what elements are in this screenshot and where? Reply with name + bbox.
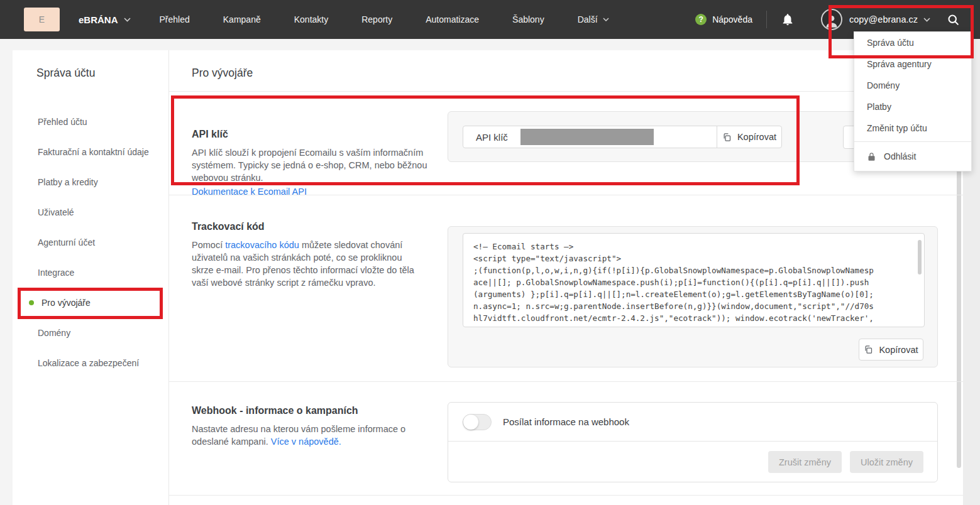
account-name: eBRÁNA xyxy=(79,14,118,25)
webhook-section-text: Webhook - informace o kampaních Nastavte… xyxy=(192,405,426,448)
user-menu-trigger[interactable]: copy@ebrana.cz xyxy=(821,9,930,30)
menu-item-odhlasit[interactable]: Odhlásit xyxy=(854,144,971,168)
sidebar-item-fakturacni-udaje[interactable]: Fakturační a kontaktní údaje xyxy=(13,137,168,167)
section-divider xyxy=(168,381,963,382)
api-key-copy-button[interactable]: Kopírovat xyxy=(717,126,782,148)
api-section-description: API klíč slouží k propojení Ecomailu s v… xyxy=(192,146,437,184)
api-key-label: API klíč xyxy=(463,132,520,143)
menu-item-domeny[interactable]: Domény xyxy=(854,75,971,96)
main-nav: Přehled Kampaně Kontakty Reporty Automat… xyxy=(160,14,609,24)
sidebar-item-integrace[interactable]: Integrace xyxy=(13,258,168,288)
api-section-heading: API klíč xyxy=(192,129,437,140)
lock-icon xyxy=(867,152,876,161)
app-screen: E eBRÁNA Přehled Kampaně Kontakty Report… xyxy=(0,0,980,505)
webhook-card: Posílat informace na webhook Zrušit změn… xyxy=(448,402,938,482)
sidebar-item-lokalizace[interactable]: Lokalizace a zabezpečení xyxy=(13,348,168,378)
webhook-toggle-row: Posílat informace na webhook xyxy=(448,403,937,442)
save-changes-button[interactable]: Uložit změny xyxy=(850,451,923,473)
nav-item-prehled[interactable]: Přehled xyxy=(160,14,190,24)
sidebar-item-prehled-uctu[interactable]: Přehled účtu xyxy=(13,107,168,137)
api-key-input-group: API klíč Kopírovat xyxy=(463,126,782,148)
tracking-section-text: Trackovací kód Pomocí trackovacího kódu … xyxy=(192,221,426,289)
tracking-code: <!— Ecomail starts —> <script type="text… xyxy=(473,241,914,327)
sidebar-item-agenturni-ucet[interactable]: Agenturní účet xyxy=(13,227,168,258)
sidebar-item-domeny[interactable]: Domény xyxy=(13,318,168,348)
menu-item-platby[interactable]: Platby xyxy=(854,96,971,117)
menu-item-sprava-agentury[interactable]: Správa agentury xyxy=(854,53,971,75)
account-switcher[interactable]: eBRÁNA xyxy=(79,14,131,25)
nav-item-sablony[interactable]: Šablony xyxy=(512,14,544,24)
notifications-bell-icon[interactable] xyxy=(781,13,795,26)
nav-item-reporty[interactable]: Reporty xyxy=(361,14,392,24)
page-title: Pro vývojáře xyxy=(192,67,253,80)
chevron-down-icon xyxy=(603,18,609,21)
sidebar-item-pro-vyvojare[interactable]: Pro vývojáře xyxy=(13,288,168,318)
webhook-section-heading: Webhook - informace o kampaních xyxy=(192,405,426,416)
section-divider xyxy=(168,495,963,496)
copy-icon xyxy=(864,345,873,354)
webhook-card-footer: Zrušit změny Uložit změny xyxy=(448,442,937,482)
nav-item-dalsi[interactable]: Další xyxy=(578,14,609,24)
api-docs-link[interactable]: Dokumentace k Ecomail API xyxy=(192,187,307,197)
tracking-code-box[interactable]: <!— Ecomail starts —> <script type="text… xyxy=(463,233,925,327)
tracking-section-heading: Trackovací kód xyxy=(192,221,426,232)
webhook-help-link[interactable]: Více v nápovědě. xyxy=(271,437,341,447)
search-icon[interactable] xyxy=(947,13,960,26)
logo-letter: E xyxy=(39,14,45,24)
topbar-divider xyxy=(766,11,767,28)
help-label: Nápověda xyxy=(712,14,752,24)
nav-item-automatizace[interactable]: Automatizace xyxy=(426,14,479,24)
tracking-code-card: <!— Ecomail starts —> <script type="text… xyxy=(448,226,938,367)
ebrana-logo[interactable]: E xyxy=(24,8,60,31)
menu-item-sprava-uctu[interactable]: Správa účtu xyxy=(854,32,971,53)
nav-item-kontakty[interactable]: Kontakty xyxy=(294,14,328,24)
code-scrollbar-thumb[interactable] xyxy=(918,240,922,274)
nav-item-kampane[interactable]: Kampaně xyxy=(223,14,261,24)
topbar-right: ? Nápověda copy@ebrana.cz xyxy=(695,9,969,30)
chevron-down-icon xyxy=(124,18,131,22)
sidebar-item-platby-a-kredity[interactable]: Platby a kredity xyxy=(13,167,168,197)
tracking-section-description: Pomocí trackovacího kódu můžete sledovat… xyxy=(192,239,426,289)
api-section-text: API klíč API klíč slouží k propojení Eco… xyxy=(192,129,437,197)
webhook-toggle-label: Posílat informace na webhook xyxy=(503,416,629,427)
page-scrollbar-thumb[interactable] xyxy=(957,129,961,468)
user-email: copy@ebrana.cz xyxy=(849,14,918,24)
user-dropdown-menu: Správa účtu Správa agentury Domény Platb… xyxy=(854,31,972,171)
section-divider xyxy=(168,91,963,92)
toggle-knob xyxy=(463,415,478,430)
api-key-redacted-value xyxy=(520,129,654,145)
tracking-code-copy-button[interactable]: Kopírovat xyxy=(859,339,923,361)
menu-divider xyxy=(854,141,971,142)
sidebar-item-uzivatele[interactable]: Uživatelé xyxy=(13,197,168,227)
menu-item-zmenit-typ-uctu[interactable]: Změnit typ účtu xyxy=(854,117,971,139)
active-dot-icon xyxy=(29,300,34,305)
cancel-changes-button[interactable]: Zrušit změny xyxy=(768,451,842,473)
webhook-toggle[interactable] xyxy=(463,414,492,430)
person-icon xyxy=(823,13,840,29)
webhook-section-description: Nastavte adresu na kterou vám pošleme in… xyxy=(192,423,426,448)
chevron-down-icon xyxy=(923,18,930,22)
help-button[interactable]: ? Nápověda xyxy=(695,14,752,25)
api-key-field: API klíč xyxy=(463,126,717,148)
help-question-icon: ? xyxy=(695,14,707,25)
copy-icon xyxy=(722,133,732,142)
tracking-code-link[interactable]: trackovacího kódu xyxy=(225,240,299,250)
topbar: E eBRÁNA Přehled Kampaně Kontakty Report… xyxy=(0,0,980,39)
sidebar-title: Správa účtu xyxy=(36,67,95,80)
user-avatar xyxy=(821,9,842,30)
sidebar-content-divider xyxy=(168,50,169,505)
sidebar-nav: Přehled účtu Fakturační a kontaktní údaj… xyxy=(13,107,168,378)
